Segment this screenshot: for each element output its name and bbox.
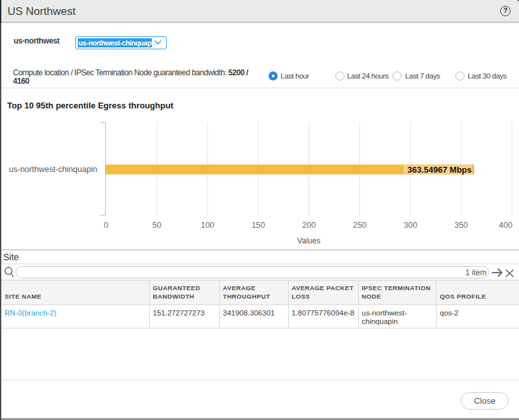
svg-text:100: 100 [200,221,214,230]
svg-text:250: 250 [353,221,367,230]
svg-text:350: 350 [454,221,468,230]
svg-text:Values: Values [297,236,320,245]
svg-text:50: 50 [152,221,162,230]
svg-text:us-northwest-chinquapin: us-northwest-chinquapin [9,165,97,174]
svg-text:Top 10 95th percentile Egress: Top 10 95th percentile Egress throughput [7,101,174,110]
svg-text:150: 150 [252,221,265,230]
svg-text:300: 300 [404,221,417,230]
svg-text:400: 400 [499,221,513,230]
svg-text:200: 200 [302,221,316,230]
svg-text:363.54967 Mbps: 363.54967 Mbps [407,165,472,175]
svg-text:0: 0 [104,221,108,230]
